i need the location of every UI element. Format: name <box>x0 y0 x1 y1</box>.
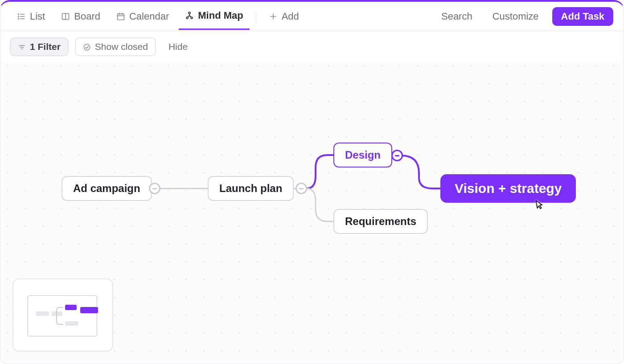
node-launch-plan[interactable]: Launch plan <box>208 176 294 201</box>
filter-icon <box>18 43 26 51</box>
node-vision-strategy[interactable]: Vision + strategy <box>440 174 576 203</box>
mini-map[interactable] <box>12 278 113 352</box>
mini-map-node <box>36 311 49 316</box>
mind-map-canvas[interactable]: Ad campaign Launch plan Design Requireme… <box>2 62 622 362</box>
node-requirements[interactable]: Requirements <box>333 209 428 234</box>
mini-map-node <box>65 305 77 310</box>
node-label: Design <box>345 149 381 161</box>
tab-label: Mind Map <box>198 10 243 21</box>
list-icon <box>17 12 26 21</box>
button-label: Customize <box>493 11 539 22</box>
check-circle-icon <box>83 43 91 51</box>
link-label: Hide <box>168 41 188 52</box>
filter-chip[interactable]: 1 Filter <box>10 37 69 56</box>
customize-button[interactable]: Customize <box>482 7 545 26</box>
node-ad-campaign[interactable]: Ad campaign <box>62 176 152 201</box>
hide-button[interactable]: Hide <box>162 41 194 52</box>
show-closed-chip[interactable]: Show closed <box>75 37 156 56</box>
collapse-handle[interactable] <box>296 183 307 194</box>
plus-icon <box>269 12 278 21</box>
svg-rect-8 <box>117 14 124 20</box>
mini-map-node <box>80 307 98 313</box>
tab-board[interactable]: Board <box>55 3 107 30</box>
node-design[interactable]: Design <box>333 143 392 168</box>
tabs-divider <box>256 11 256 22</box>
tab-label: List <box>30 11 45 22</box>
chip-label: 1 Filter <box>30 41 61 52</box>
tab-mind-map[interactable]: Mind Map <box>179 3 249 30</box>
node-label: Ad campaign <box>73 182 140 195</box>
filter-bar: 1 Filter Show closed Hide <box>0 31 624 62</box>
button-label: Search <box>441 11 472 22</box>
svg-point-4 <box>18 16 19 17</box>
svg-point-5 <box>18 18 19 19</box>
tab-label: Calendar <box>129 11 169 22</box>
mini-map-node <box>65 321 78 326</box>
svg-point-23 <box>84 44 90 50</box>
tab-label: Board <box>74 11 100 22</box>
svg-point-3 <box>18 14 19 15</box>
button-label: Add Task <box>561 11 604 22</box>
tab-calendar[interactable]: Calendar <box>110 3 175 30</box>
node-label: Vision + strategy <box>455 181 562 196</box>
tab-label: Add <box>282 11 299 22</box>
calendar-icon <box>116 12 125 21</box>
tab-add-view[interactable]: Add <box>263 3 305 30</box>
mind-map-icon <box>185 11 194 20</box>
tab-list[interactable]: List <box>11 3 51 30</box>
add-task-button[interactable]: Add Task <box>552 7 613 26</box>
node-label: Launch plan <box>219 182 282 195</box>
mini-map-branch <box>56 307 63 325</box>
collapse-handle[interactable] <box>391 150 403 161</box>
view-tabs-bar: List Board Calendar Mind Map Add Search <box>0 2 624 31</box>
board-icon <box>61 12 70 21</box>
collapse-handle[interactable] <box>149 183 160 194</box>
node-label: Requirements <box>345 215 416 228</box>
search-button[interactable]: Search <box>431 7 479 26</box>
chip-label: Show closed <box>95 41 148 52</box>
